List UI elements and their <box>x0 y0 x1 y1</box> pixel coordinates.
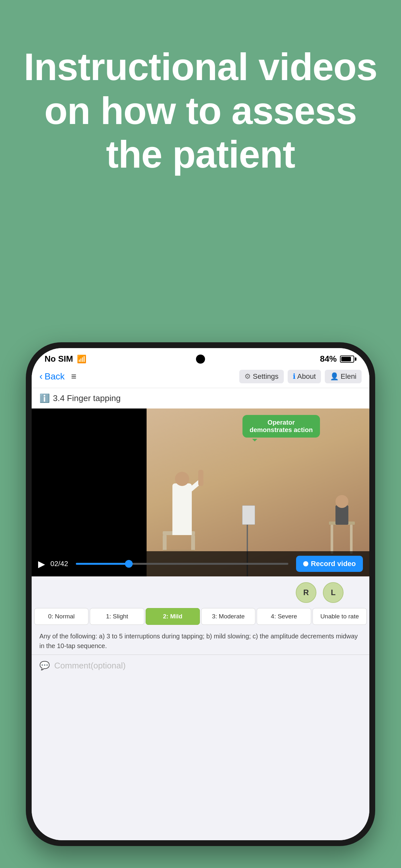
settings-button[interactable]: ⚙ Settings <box>239 370 284 383</box>
patient-svg <box>328 492 360 557</box>
battery-body <box>340 355 354 363</box>
info-circle-icon: ℹ <box>293 372 296 381</box>
camera-notch <box>196 354 205 364</box>
phone-frame: No SIM 📶 84% ‹ Back ≡ <box>26 342 375 846</box>
wifi-icon: 📶 <box>77 354 87 364</box>
operator-hand <box>198 470 204 486</box>
section-title: 3.4 Finger tapping <box>53 393 121 403</box>
rating-3-button[interactable]: 3: Moderate <box>201 608 255 625</box>
progress-dot <box>125 560 133 568</box>
back-label: Back <box>44 371 65 382</box>
status-bar: No SIM 📶 84% <box>32 348 369 367</box>
about-button[interactable]: ℹ About <box>288 370 321 383</box>
section-info-icon: ℹ️ <box>39 393 50 403</box>
video-controls: ▶ 02/42 Record video <box>32 551 369 577</box>
record-dot-icon <box>303 561 308 566</box>
rating-unable-button[interactable]: Unable to rate <box>312 608 367 625</box>
battery-tip <box>355 358 357 361</box>
carrier-info: No SIM 📶 <box>44 354 87 364</box>
battery-percent: 84% <box>320 354 337 364</box>
battery-fill <box>341 357 351 361</box>
svg-point-8 <box>335 495 348 508</box>
about-label: About <box>297 372 316 381</box>
patient-figure <box>328 492 360 557</box>
video-player[interactable]: Operator demonstrates action <box>32 408 369 577</box>
gear-icon: ⚙ <box>244 372 251 381</box>
video-frame: Operator demonstrates action <box>32 408 369 577</box>
operator-figure <box>156 460 208 551</box>
section-title-bar: ℹ️ 3.4 Finger tapping <box>32 388 369 408</box>
progress-bar[interactable] <box>76 563 288 565</box>
svg-rect-3 <box>163 550 195 551</box>
play-button[interactable]: ▶ <box>38 559 45 569</box>
hero-title: Instructional videos on how to assess th… <box>19 45 382 177</box>
tablet-device <box>242 505 255 525</box>
svg-rect-1 <box>163 535 166 551</box>
back-chevron-icon: ‹ <box>39 371 42 382</box>
comment-input[interactable]: Comment(optional) <box>54 661 126 671</box>
rating-section: R L 0: Normal 1: Slight 2: Mild 3: Moder… <box>32 577 369 840</box>
user-label: Eleni <box>341 372 357 381</box>
svg-rect-4 <box>331 525 333 554</box>
rating-buttons: 0: Normal 1: Slight 2: Mild 3: Moderate … <box>32 606 369 627</box>
time-display: 02/42 <box>50 560 68 568</box>
progress-fill <box>76 563 129 565</box>
rating-4-button[interactable]: 4: Severe <box>257 608 311 625</box>
record-video-button[interactable]: Record video <box>296 556 363 572</box>
battery-icon <box>340 355 357 363</box>
comment-icon: 💬 <box>39 661 50 671</box>
left-hand-circle[interactable]: R <box>296 582 316 603</box>
rating-2-button[interactable]: 2: Mild <box>146 608 200 625</box>
rating-0-button[interactable]: 0: Normal <box>34 608 89 625</box>
phone-screen: No SIM 📶 84% ‹ Back ≡ <box>32 348 369 840</box>
speech-bubble: Operator demonstrates action <box>243 415 320 438</box>
back-button[interactable]: ‹ Back <box>39 371 65 382</box>
left-hand-label: R <box>303 588 309 597</box>
battery-info: 84% <box>320 354 357 364</box>
nav-right: ⚙ Settings ℹ About 👤 Eleni <box>239 370 362 383</box>
carrier-label: No SIM <box>44 354 73 364</box>
rating-1-button[interactable]: 1: Slight <box>90 608 144 625</box>
record-label: Record video <box>311 560 356 568</box>
camera-dot <box>196 354 205 364</box>
menu-icon[interactable]: ≡ <box>71 371 76 382</box>
user-icon: 👤 <box>330 372 339 381</box>
settings-label: Settings <box>253 372 279 381</box>
svg-rect-2 <box>191 535 195 551</box>
operator-head <box>175 472 189 486</box>
rating-header: R L <box>32 577 369 606</box>
comment-section: 💬 Comment(optional) <box>32 655 369 677</box>
nav-bar: ‹ Back ≡ ⚙ Settings ℹ About 👤 Eleni <box>32 367 369 388</box>
svg-rect-7 <box>335 505 348 525</box>
svg-rect-5 <box>350 525 352 554</box>
right-hand-label: L <box>331 588 336 597</box>
right-hand-circle[interactable]: L <box>323 582 343 603</box>
rating-description: Any of the following: a) 3 to 5 interrup… <box>32 627 369 655</box>
user-button[interactable]: 👤 Eleni <box>325 370 362 383</box>
hero-section: Instructional videos on how to assess th… <box>0 45 401 177</box>
